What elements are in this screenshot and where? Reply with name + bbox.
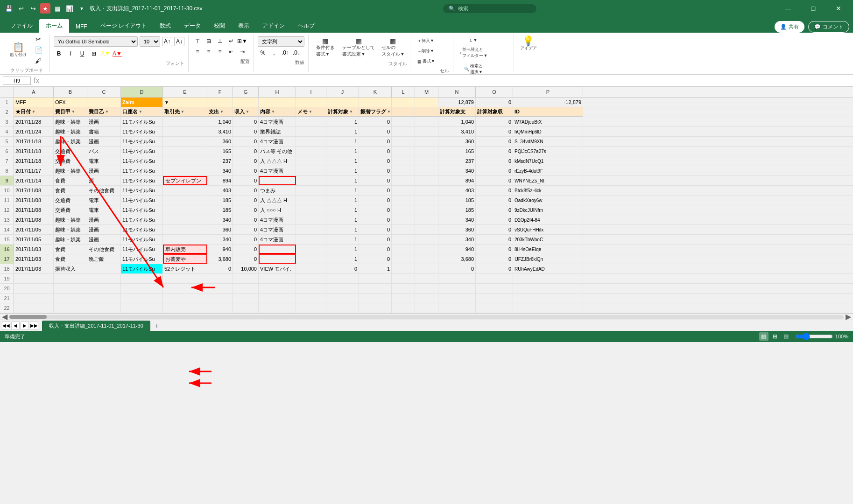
cell-e12[interactable] [163, 205, 207, 215]
cell-l13[interactable] [392, 215, 415, 224]
cell-l17[interactable] [392, 254, 415, 264]
cell-b17[interactable]: 食費 [54, 254, 87, 264]
cell-f16[interactable]: 940 [207, 245, 233, 254]
cell-j4[interactable]: 1 [326, 127, 359, 136]
cell-h16[interactable] [259, 245, 296, 254]
cell-o10[interactable]: 0 [476, 186, 513, 195]
cell-p10[interactable]: Btck8f5zHick [513, 186, 583, 195]
cell-d15[interactable]: 11モバイルSu [121, 235, 163, 244]
cell-e1[interactable]: ▼ [163, 98, 207, 107]
cell-e16[interactable]: 車内販売 [163, 245, 207, 254]
conditional-format-button[interactable]: ▦ 条件付き書式▼ [312, 36, 338, 59]
cell-c12[interactable]: 電車 [87, 205, 121, 215]
cell-n17[interactable]: 3,680 [438, 254, 476, 264]
cell-b11[interactable]: 交通費 [54, 196, 87, 205]
cell-o2[interactable]: 計算対象収 [476, 107, 513, 117]
cell-n19[interactable] [438, 274, 476, 283]
cut-button[interactable]: ✂ [31, 35, 46, 44]
cell-a10[interactable]: 2017/11/08 [14, 186, 54, 195]
cell-l15[interactable] [392, 235, 415, 244]
cell-n13[interactable]: 340 [438, 215, 476, 224]
cell-l1[interactable] [392, 98, 415, 107]
cell-d1[interactable]: Zaim [121, 98, 163, 107]
cell-p21[interactable] [513, 294, 583, 303]
col-header-b[interactable]: B [54, 87, 87, 97]
cell-e19[interactable] [163, 274, 207, 283]
cell-p12[interactable]: 9zDkcJUlNfrn [513, 205, 583, 215]
cell-f11[interactable]: 185 [207, 196, 233, 205]
cell-h19[interactable] [259, 274, 296, 283]
cell-i15[interactable] [296, 235, 326, 244]
row-num-8[interactable]: 8 [0, 166, 14, 175]
cell-n10[interactable]: 403 [438, 186, 476, 195]
cell-a17[interactable]: 2017/11/03 [14, 254, 54, 264]
row-num-17[interactable]: 17 [0, 254, 14, 264]
row-num-12[interactable]: 12 [0, 205, 14, 215]
cell-p4[interactable]: hQMmHp6lD [513, 127, 583, 136]
cell-j15[interactable]: 1 [326, 235, 359, 244]
font-name-select[interactable]: Yu Gothic UI Semibold [54, 36, 138, 47]
align-center-button[interactable]: ≡ [204, 47, 214, 56]
cell-h5[interactable]: 4コマ漫画 [259, 137, 296, 146]
cell-e8[interactable] [163, 166, 207, 175]
cell-b20[interactable] [54, 284, 87, 293]
col-header-c[interactable]: C [87, 87, 121, 97]
cell-p5[interactable]: S_34vdM9XN [513, 137, 583, 146]
cell-j3[interactable]: 1 [326, 117, 359, 126]
cell-h13[interactable]: 4コマ漫画 [259, 215, 296, 224]
cell-c10[interactable]: その他食費 [87, 186, 121, 195]
col-header-a[interactable]: A [14, 87, 54, 97]
cell-c11[interactable]: 電車 [87, 196, 121, 205]
cell-k2[interactable]: 振替フラグ ▼ [359, 107, 392, 117]
cell-b21[interactable] [54, 294, 87, 303]
row-num-2[interactable]: 2 [0, 107, 14, 117]
cell-o16[interactable]: 0 [476, 245, 513, 254]
cell-n1[interactable]: 12,879 [438, 98, 476, 107]
row-num-4[interactable]: 4 [0, 127, 14, 136]
cell-d19[interactable] [121, 274, 163, 283]
cell-b13[interactable]: 趣味・娯楽 [54, 215, 87, 224]
cell-e15[interactable] [163, 235, 207, 244]
cell-m11[interactable] [415, 196, 438, 205]
cell-l22[interactable] [392, 303, 415, 313]
cell-d14[interactable]: 11モバイルSu [121, 225, 163, 234]
cell-o21[interactable] [476, 294, 513, 303]
cell-p7[interactable]: kMsdN7UcQ1 [513, 156, 583, 166]
cell-h3[interactable]: 4コマ漫画 [259, 117, 296, 126]
cell-a2[interactable]: ★日付 ▼ [14, 107, 54, 117]
cell-f17[interactable]: 3,680 [207, 254, 233, 264]
cell-i10[interactable] [296, 186, 326, 195]
cell-l9[interactable] [392, 176, 415, 185]
cell-n15[interactable]: 340 [438, 235, 476, 244]
cell-l2[interactable] [392, 107, 415, 117]
cell-p9[interactable]: WNYNEZs_Nt [513, 176, 583, 185]
tab-review[interactable]: 校閲 [207, 19, 232, 33]
cell-c22[interactable] [87, 303, 121, 313]
tab-view[interactable]: 表示 [232, 19, 256, 33]
cell-g16[interactable]: 0 [233, 245, 259, 254]
cell-f7[interactable]: 237 [207, 156, 233, 166]
cell-g2[interactable]: 収入 ▼ [233, 107, 259, 117]
cell-d16[interactable]: 11モバイルSu [121, 245, 163, 254]
cell-j20[interactable] [326, 284, 359, 293]
cell-n4[interactable]: 3,410 [438, 127, 476, 136]
cell-a13[interactable]: 2017/11/08 [14, 215, 54, 224]
cell-k15[interactable]: 0 [359, 235, 392, 244]
col-header-m[interactable]: M [415, 87, 438, 97]
cell-i6[interactable] [296, 147, 326, 156]
cell-a22[interactable] [14, 303, 54, 313]
formula-input[interactable] [42, 77, 850, 84]
cell-n22[interactable] [438, 303, 476, 313]
cell-b15[interactable]: 趣味・娯楽 [54, 235, 87, 244]
sheet-nav-last[interactable]: ▶▶ [30, 322, 38, 330]
cell-k19[interactable] [359, 274, 392, 283]
cell-j10[interactable]: 1 [326, 186, 359, 195]
cell-d21[interactable] [121, 294, 163, 303]
cell-k6[interactable]: 0 [359, 147, 392, 156]
cell-j1[interactable] [326, 98, 359, 107]
cell-p19[interactable] [513, 274, 583, 283]
cell-m1[interactable] [415, 98, 438, 107]
cell-a11[interactable]: 2017/11/08 [14, 196, 54, 205]
cell-g11[interactable]: 0 [233, 196, 259, 205]
wrap-text-button[interactable]: ↵ [226, 36, 236, 46]
